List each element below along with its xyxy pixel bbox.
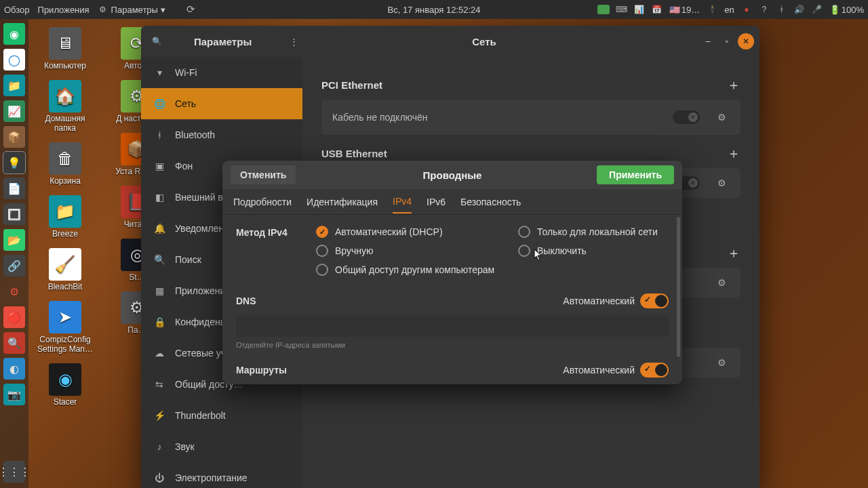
apply-button[interactable]: Применить [597,165,674,184]
routes-auto-label: Автоматический [563,365,635,375]
launcher-item[interactable]: 📄 [3,178,25,199]
chat-icon[interactable] [597,5,610,14]
top-left: Обзор Приложения ⚙ Параметры ▾ ⟳ [4,4,197,15]
tab-details[interactable]: Подробности [233,197,292,207]
add-usb-button[interactable]: ＋ [727,144,741,163]
globe-icon: 🌐 [153,98,165,109]
search-button[interactable]: 🔍 [141,26,172,57]
sidebar-item-sound[interactable]: ♪Звук [141,431,302,462]
sidebar-item-bluetooth[interactable]: ᚼBluetooth [141,119,302,150]
help-icon[interactable]: ? [759,4,770,15]
sidebar-item-thunderbolt[interactable]: ⚡Thunderbolt [141,400,302,431]
dialog-title: Проводные [423,169,482,181]
sidebar-item-wifi[interactable]: ▾Wi-Fi [141,57,302,88]
desktop-icon-compiz[interactable]: ➤CompizConfig Settings Man… [34,301,96,354]
keyboard-icon[interactable]: ⌨ [616,4,627,15]
pci-ethernet-header: PCI Ethernet [321,79,382,91]
sidebar-item-power[interactable]: ⏻Электропитание [141,462,302,488]
desktop-icon-home[interactable]: 🏠Домашняя папка [34,80,96,133]
radio-local[interactable]: Только для локальной сети [518,226,658,238]
dns-auto-toggle[interactable]: ✓ [640,293,669,308]
weather-tray[interactable]: 🇺🇸19… [669,5,700,15]
dns-input[interactable] [236,315,669,337]
clock[interactable]: Вс, 17 января 12:52:24 [387,5,480,15]
sidebar-item-network[interactable]: 🌐Сеть [141,88,302,119]
battery-tray[interactable]: 🔋100% [829,5,864,15]
share-icon: ⇆ [153,379,165,390]
search-icon: 🔍 [153,254,165,265]
minimize-button[interactable]: – [700,33,716,49]
radio-disable[interactable]: Выключить [518,245,658,257]
dialog-body: Метод IPv4 Автоматический (DHCP) Только … [222,215,682,384]
apps-icon: ▦ [153,285,165,296]
launcher-item[interactable]: ⚙ [3,281,25,302]
routes-auto-toggle[interactable]: ✓ [640,363,669,378]
desktop-icon-trash[interactable]: 🗑Корзина [34,142,96,186]
radio-manual[interactable]: Вручную [316,245,513,257]
launcher-item[interactable]: ◐ [3,358,25,380]
launcher-item[interactable]: 🔳 [3,203,25,225]
refresh-icon[interactable]: ⟳ [186,4,197,15]
launcher-settings[interactable]: 💡 [3,152,25,174]
parameters-menu[interactable]: ⚙ Параметры ▾ [98,4,165,15]
usb-settings-button[interactable]: ⚙ [713,175,730,191]
launcher-item[interactable]: 📈 [3,100,25,122]
add-pci-button[interactable]: ＋ [727,76,741,94]
desktop-icon-breeze[interactable]: 📁Breeze [34,195,96,239]
wired-dialog: Отменить Проводные Применить Подробности… [222,161,682,384]
cancel-button[interactable]: Отменить [231,165,296,184]
accessibility-icon[interactable]: 🕴 [707,4,717,15]
sound-icon: ♪ [153,441,165,452]
titlebar[interactable]: 🔍 Параметры ⋮ Сеть – ▫ ✕ [141,26,760,57]
bluetooth-icon[interactable]: ᚼ [776,4,787,15]
launcher-apps[interactable]: ⋮⋮⋮ [3,461,25,483]
usb-ethernet-header: USB Ethernet [321,148,387,159]
desktop-icon-computer[interactable]: 🖥Компьютер [34,27,96,70]
tab-security[interactable]: Безопасность [460,197,521,207]
launcher-item[interactable]: 📂 [3,229,25,251]
launcher-item[interactable]: 🔍 [3,332,25,354]
applications-btn[interactable]: Приложения [38,5,90,15]
tab-identity[interactable]: Идентификация [307,197,378,207]
desktop-icon-bleachbit[interactable]: 🧹BleachBit [34,248,96,291]
dns-auto-label: Автоматический [563,296,635,306]
thunderbolt-icon: ⚡ [153,410,165,421]
launcher-item[interactable]: 📦 [3,126,25,148]
launcher-item[interactable]: 🔗 [3,255,25,277]
launcher-item[interactable]: ◉ [3,23,25,45]
bluetooth-icon: ᚼ [153,129,165,140]
connection-settings-button[interactable]: ⚙ [713,354,730,371]
add-connection-button[interactable]: ＋ [727,244,741,262]
lang-indicator[interactable]: en [724,5,734,15]
dialog-header[interactable]: Отменить Проводные Применить [222,161,682,189]
launcher-item[interactable]: 🔴 [3,306,25,328]
hamburger-button[interactable]: ⋮ [284,32,303,51]
background-icon: ▣ [153,161,165,171]
dns-label: DNS [236,296,256,306]
volume-icon[interactable]: 🔊 [794,4,805,15]
radio-shared[interactable]: Общий доступ другим компьютерам [316,264,658,276]
overview-btn[interactable]: Обзор [4,5,30,15]
launcher-item[interactable]: ◯ [3,49,25,70]
ipv4-method-label: Метод IPv4 [236,226,297,238]
launcher-record[interactable]: 📷 [3,384,25,405]
scrollbar[interactable] [677,217,680,357]
connection-settings-button[interactable]: ⚙ [713,274,730,291]
launcher-files[interactable]: 📁 [3,75,25,96]
radio-dhcp[interactable]: Автоматический (DHCP) [316,226,513,238]
close-button[interactable]: ✕ [738,33,754,49]
desktop-icon-stacer[interactable]: ◉Stacer [34,363,96,407]
chevron-down-icon: ▾ [161,5,165,15]
tab-ipv6[interactable]: IPv6 [427,197,446,207]
pci-settings-button[interactable]: ⚙ [713,109,730,125]
tab-ipv4[interactable]: IPv4 [393,196,412,214]
dialog-tabs: Подробности Идентификация IPv4 IPv6 Безо… [222,189,682,215]
power-icon: ⏻ [153,472,165,483]
pci-toggle[interactable] [673,110,700,124]
monitor-icon[interactable]: 📊 [634,4,645,15]
window-title-left: Параметры [194,36,252,47]
record-icon[interactable]: ● [741,4,752,15]
mic-icon[interactable]: 🎤 [812,4,823,15]
calendar-icon[interactable]: 📅 [652,4,663,15]
maximize-button[interactable]: ▫ [719,33,735,49]
